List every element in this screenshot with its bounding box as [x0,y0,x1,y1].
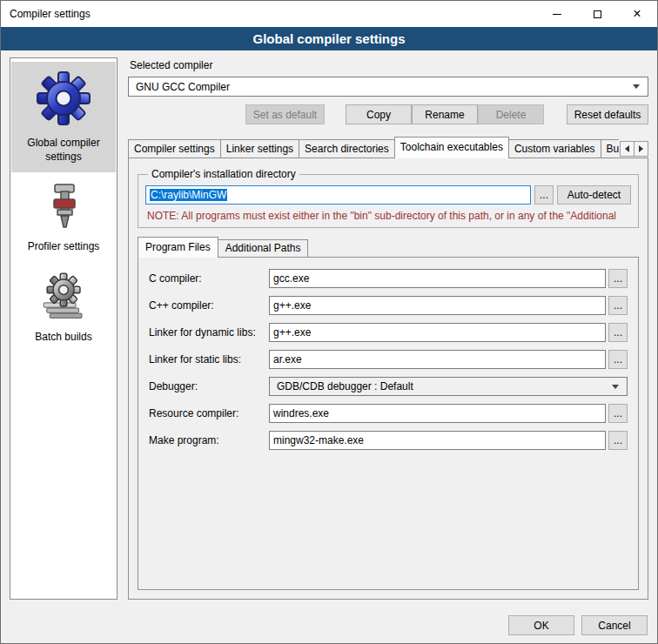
browse-cpp-compiler-button[interactable]: ... [608,296,628,315]
sidebar-item-batch-builds[interactable]: Batch builds [11,263,116,353]
maximize-icon [594,10,601,18]
tab-search-directories[interactable]: Search directories [299,139,395,158]
settings-sidebar: Global compiler settings Profiler se [10,57,118,600]
debugger-label: Debugger: [149,380,269,392]
tabs-scroll-area: Compiler settings Linker settings Search… [128,137,619,158]
copy-button[interactable]: Copy [346,104,412,124]
dialog-footer: OK Cancel [1,608,657,643]
dialog-body: Global compiler settings Profiler se [1,50,657,608]
minimize-icon [553,14,561,15]
window-controls: × [537,1,657,27]
tab-custom-variables[interactable]: Custom variables [508,139,601,158]
reset-defaults-button[interactable]: Reset defaults [567,104,648,124]
static-linker-value: ar.exe [273,353,302,366]
sidebar-item-label: Profiler settings [28,240,100,254]
titlebar: Compiler settings × [1,1,657,27]
banner-title: Global compiler settings [252,31,405,46]
toolchain-executables-panel: Compiler's installation directory C:\ray… [128,158,648,600]
tab-toolchain-executables[interactable]: Toolchain executables [394,137,509,158]
tab-scroll-left-button[interactable] [620,141,634,157]
compiler-settings-window: Compiler settings × Global compiler sett… [0,0,658,644]
c-compiler-input[interactable]: gcc.exe [269,269,606,288]
cpp-compiler-input[interactable]: g++.exe [269,296,606,315]
installation-directory-value: C:\raylib\MinGW [150,189,227,201]
right-arrow-icon [639,145,643,152]
sidebar-item-global-compiler-settings[interactable]: Global compiler settings [11,62,116,172]
dynamic-linker-label: Linker for dynamic libs: [149,326,269,339]
cpp-compiler-label: C++ compiler: [149,299,269,312]
subtab-additional-paths[interactable]: Additional Paths [218,239,309,258]
debugger-select-value: GDB/CDB debugger : Default [277,380,413,392]
dynamic-linker-row: Linker for dynamic libs: g++.exe ... [149,323,628,342]
tab-linker-settings[interactable]: Linker settings [220,139,299,158]
browse-resource-compiler-button[interactable]: ... [608,404,628,423]
settings-tabstrip: Compiler settings Linker settings Search… [128,137,648,158]
installation-directory-input[interactable]: C:\raylib\MinGW [145,185,531,205]
close-button[interactable]: × [617,1,657,27]
c-compiler-value: gcc.exe [273,272,309,285]
resource-compiler-label: Resource compiler: [149,407,269,419]
static-linker-label: Linker for static libs: [149,353,269,366]
installation-directory-group-title: Compiler's installation directory [148,168,299,180]
cancel-button[interactable]: Cancel [581,615,648,635]
delete-button[interactable]: Delete [478,104,544,124]
tab-compiler-settings[interactable]: Compiler settings [128,139,221,158]
left-arrow-icon [625,145,629,152]
resource-compiler-value: windres.exe [273,407,329,419]
dynamic-linker-value: g++.exe [273,326,311,339]
installation-directory-row: C:\raylib\MinGW ... Auto-detect [145,185,631,205]
static-linker-input[interactable]: ar.exe [269,350,606,369]
debugger-select[interactable]: GDB/CDB debugger : Default [269,377,628,396]
compiler-buttons-row: Set as default Copy Rename Delete Reset … [128,104,648,124]
minimize-button[interactable] [537,1,577,27]
subtab-program-files[interactable]: Program Files [138,237,218,258]
clamp-tool-icon [39,181,88,232]
c-compiler-row: C compiler: gcc.exe ... [149,269,628,288]
compiler-select-value: GNU GCC Compiler [136,81,230,93]
resource-compiler-row: Resource compiler: windres.exe ... [149,404,628,423]
make-program-row: Make program: mingw32-make.exe ... [149,431,628,450]
close-icon: × [633,7,641,21]
browse-dynamic-linker-button[interactable]: ... [608,323,628,342]
tab-scrollers [621,141,648,157]
dynamic-linker-input[interactable]: g++.exe [269,323,606,342]
sidebar-item-profiler-settings[interactable]: Profiler settings [11,172,116,263]
chevron-down-icon [612,385,619,389]
compiler-select[interactable]: GNU GCC Compiler [128,77,648,97]
sidebar-item-label: Batch builds [35,331,91,345]
maximize-button[interactable] [577,1,617,27]
static-linker-row: Linker for static libs: ar.exe ... [149,350,628,369]
dialog-banner: Global compiler settings [1,27,657,50]
tab-scroll-right-button[interactable] [634,141,648,157]
c-compiler-label: C compiler: [149,272,269,285]
cpp-compiler-row: C++ compiler: g++.exe ... [149,296,628,315]
make-program-input[interactable]: mingw32-make.exe [269,431,606,450]
sidebar-item-label: Global compiler settings [14,137,113,164]
resource-compiler-input[interactable]: windres.exe [269,404,606,423]
installation-directory-note: NOTE: All programs must exist either in … [147,210,629,222]
blue-gear-icon [36,70,91,129]
toolchain-subtabs: Program Files Additional Paths [138,237,639,258]
browse-static-linker-button[interactable]: ... [608,350,628,369]
main-panel: Selected compiler GNU GCC Compiler Set a… [128,57,648,600]
debugger-row: Debugger: GDB/CDB debugger : Default [149,377,628,396]
cpp-compiler-value: g++.exe [273,299,311,312]
rename-button[interactable]: Rename [412,104,478,124]
chevron-down-icon [633,84,640,89]
ok-button[interactable]: OK [508,615,574,635]
make-program-value: mingw32-make.exe [273,434,364,446]
make-program-label: Make program: [149,434,269,446]
selected-compiler-label: Selected compiler [130,59,648,71]
tab-build-options[interactable]: Builc [601,139,619,158]
browse-installation-directory-button[interactable]: ... [534,185,554,205]
auto-detect-button[interactable]: Auto-detect [557,185,631,205]
gray-gear-stack-icon [39,272,88,323]
set-as-default-button[interactable]: Set as default [245,104,325,124]
program-files-panel: C compiler: gcc.exe ... C++ compiler: g+… [138,257,639,590]
installation-directory-group: Compiler's installation directory C:\ray… [138,168,639,228]
window-title: Compiler settings [1,8,91,20]
browse-c-compiler-button[interactable]: ... [608,269,628,288]
browse-make-program-button[interactable]: ... [608,431,628,450]
